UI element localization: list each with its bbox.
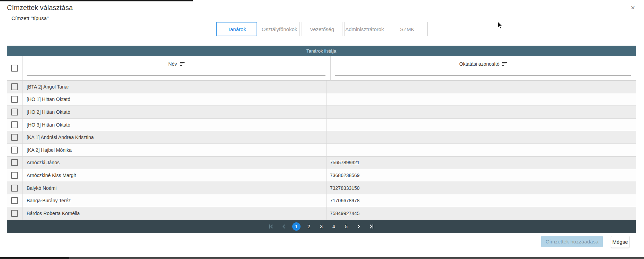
table-row[interactable]: Bárdos Roberta Kornélia75849927445 — [7, 207, 636, 220]
tab-tanárok[interactable]: Tanárok — [216, 22, 257, 36]
table-row[interactable]: [KA 1] Andrási Andrea Krisztina — [7, 131, 636, 144]
row-checkbox-cell — [7, 207, 23, 220]
close-icon[interactable]: × — [628, 3, 638, 12]
row-checkbox-cell — [7, 131, 23, 144]
row-name: [KA 2] Hajbel Mónika — [23, 144, 327, 156]
row-checkbox[interactable] — [11, 121, 18, 128]
tab-adminisztrátorok[interactable]: Adminisztrátorok — [344, 22, 385, 36]
row-name: Balykó Noémi — [23, 182, 327, 194]
row-name: Arnóczkiné Kiss Margit — [23, 169, 327, 182]
row-education-id — [327, 93, 636, 106]
table-row[interactable]: [BTA 2] Angol Tanár — [7, 81, 636, 93]
mouse-cursor — [498, 21, 503, 30]
tab-vezetőség[interactable]: Vezetőség — [302, 22, 342, 36]
table-row[interactable]: [HO 2] Hittan Oktató — [7, 106, 636, 119]
row-checkbox[interactable] — [11, 147, 18, 154]
table-row[interactable]: Arnóczkiné Kiss Margit73686238569 — [7, 169, 636, 182]
table-header-row: Név Oktatási azonosító — [7, 56, 636, 81]
id-filter-input[interactable] — [335, 75, 631, 76]
page-title: Címzettek választása — [7, 4, 73, 12]
row-checkbox[interactable] — [11, 83, 18, 90]
name-sort-header[interactable]: Név — [23, 56, 330, 67]
add-recipients-button[interactable]: Címzettek hozzáadása — [541, 236, 603, 247]
last-page-icon[interactable] — [367, 222, 376, 231]
table-row[interactable]: Arnóczki János75657899321 — [7, 157, 636, 169]
row-checkbox-cell — [7, 106, 23, 118]
row-checkbox-cell — [7, 194, 23, 207]
select-all-checkbox[interactable] — [11, 65, 18, 72]
page-number-3[interactable]: 3 — [317, 222, 325, 231]
background-page-top-edge — [0, 0, 193, 1]
page-number-5[interactable]: 5 — [342, 222, 350, 231]
recipient-picker-dialog: Címzettek választása × Címzett "típusa" … — [0, 0, 644, 259]
row-checkbox-cell — [7, 144, 23, 156]
name-filter-input[interactable] — [27, 75, 325, 76]
row-checkbox[interactable] — [11, 96, 18, 103]
row-checkbox-cell — [7, 169, 23, 182]
name-column-header: Név — [23, 56, 331, 80]
row-checkbox[interactable] — [11, 210, 18, 217]
id-sort-header[interactable]: Oktatási azonosító — [331, 56, 636, 67]
page-number-4[interactable]: 4 — [330, 222, 338, 231]
table-row[interactable]: [HO 1] Hittan Oktató — [7, 93, 636, 106]
table-body: [BTA 2] Angol Tanár[HO 1] Hittan Oktató[… — [7, 81, 636, 220]
row-checkbox-cell — [7, 93, 23, 106]
tab-osztályfőnökök[interactable]: Osztályfőnökök — [259, 22, 300, 36]
row-education-id — [327, 131, 636, 144]
row-education-id: 73278333150 — [327, 182, 636, 194]
row-checkbox[interactable] — [11, 197, 18, 204]
row-checkbox-cell — [7, 81, 23, 93]
sort-icon — [180, 62, 185, 66]
row-name: Arnóczki János — [23, 157, 327, 169]
next-page-icon[interactable] — [354, 222, 363, 231]
row-education-id: 71706678978 — [327, 194, 636, 207]
row-education-id: 75849927445 — [327, 207, 636, 220]
cancel-button[interactable]: Mégse — [611, 236, 629, 248]
first-page-icon[interactable] — [267, 222, 276, 231]
row-education-id — [327, 106, 636, 118]
tab-bar: TanárokOsztályfőnökökVezetőségAdminisztr… — [216, 22, 428, 36]
row-education-id: 73686238569 — [327, 169, 636, 182]
background-page-bottom-edge — [69, 257, 644, 259]
row-checkbox[interactable] — [11, 134, 18, 141]
row-name: [HO 3] Hittan Oktató — [23, 119, 327, 131]
previous-page-icon[interactable] — [279, 222, 288, 231]
id-column-header: Oktatási azonosító — [331, 56, 636, 80]
row-checkbox[interactable] — [11, 109, 18, 115]
page-number-2[interactable]: 2 — [305, 222, 313, 231]
row-education-id — [327, 81, 636, 93]
row-checkbox-cell — [7, 182, 23, 194]
table-caption: Tanárok listája — [7, 46, 636, 56]
teachers-table: Tanárok listája Név Oktatási azonosító — [7, 46, 636, 233]
select-all-cell — [7, 56, 23, 80]
row-checkbox[interactable] — [11, 185, 18, 192]
table-row[interactable]: Banga-Burány Teréz71706678978 — [7, 194, 636, 207]
row-education-id — [327, 144, 636, 156]
table-row[interactable]: [KA 2] Hajbel Mónika — [7, 144, 636, 157]
row-checkbox[interactable] — [11, 159, 18, 166]
row-checkbox-cell — [7, 157, 23, 169]
tab-szmk[interactable]: SZMK — [387, 22, 428, 36]
row-name: [HO 1] Hittan Oktató — [23, 93, 327, 106]
page-number-1[interactable]: 1 — [292, 222, 301, 231]
row-checkbox[interactable] — [11, 172, 18, 179]
background-page-bottom-edge — [0, 257, 69, 259]
name-column-label: Név — [168, 61, 177, 67]
row-name: [KA 1] Andrási Andrea Krisztina — [23, 131, 327, 144]
row-name: Banga-Burány Teréz — [23, 194, 327, 207]
row-education-id — [327, 119, 636, 131]
row-name: [HO 2] Hittan Oktató — [23, 106, 327, 118]
row-checkbox-cell — [7, 119, 23, 131]
row-name: Bárdos Roberta Kornélia — [23, 207, 327, 220]
recipient-type-label: Címzett "típusa" — [11, 15, 48, 21]
table-row[interactable]: [HO 3] Hittan Oktató — [7, 119, 636, 131]
id-column-label: Oktatási azonosító — [459, 61, 500, 67]
page-numbers: 12345 — [292, 222, 351, 231]
pagination-bar: 12345 — [7, 220, 636, 233]
row-name: [BTA 2] Angol Tanár — [23, 81, 327, 93]
row-education-id: 75657899321 — [327, 157, 636, 169]
sort-icon — [502, 62, 507, 66]
table-row[interactable]: Balykó Noémi73278333150 — [7, 182, 636, 195]
